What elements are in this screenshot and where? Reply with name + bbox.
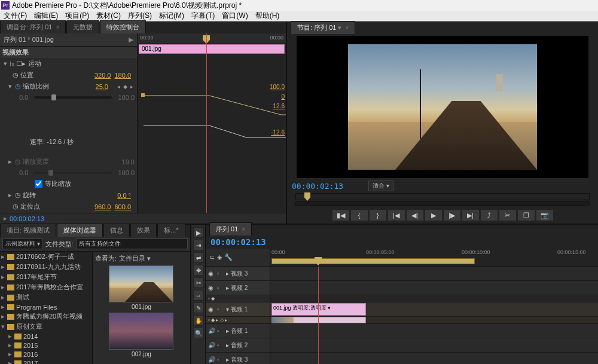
menu-edit[interactable]: 编辑(E) (30, 11, 62, 21)
ec-motion-row[interactable]: ▾ fx ☐▸ 运动 (0, 58, 137, 69)
mark-in-button[interactable]: ▮◀ (332, 209, 350, 221)
tab-program-monitor[interactable]: 节目: 序列 01 ▾× (291, 21, 355, 34)
rotation-value[interactable]: 0.0 ° (117, 192, 131, 199)
close-icon[interactable]: × (345, 25, 349, 31)
track-a1-header[interactable]: 🔊▫▸音频 1 (206, 324, 270, 338)
speaker-icon[interactable]: 🔊 (208, 342, 215, 348)
track-v1-header[interactable]: ◉▫▾视频 1 (206, 302, 270, 317)
zoom-fit-combo[interactable]: 适合 ▾ (368, 181, 393, 191)
close-icon[interactable]: × (56, 24, 59, 30)
anchor-x-value[interactable]: 960.0 (94, 203, 111, 210)
tab-project[interactable]: 项目: 视频测试 (0, 224, 56, 237)
folder-item[interactable]: ▸2017 (0, 359, 92, 364)
program-timecode[interactable]: 00:00:02:13 (292, 182, 343, 191)
add-key-icon[interactable]: ◆ (122, 83, 128, 90)
triangle-icon[interactable]: ▸ (4, 215, 7, 222)
stopwatch-icon[interactable]: ◷ (14, 191, 22, 199)
tab-effects[interactable]: 效果 (130, 224, 157, 237)
timeline-timecode[interactable]: 00:00:02:13 (210, 237, 266, 247)
tab-markers[interactable]: 标...* (157, 224, 185, 237)
speaker-icon[interactable]: 🔊 (208, 356, 215, 363)
track-v3[interactable] (270, 267, 598, 281)
folder-item[interactable]: ▾原创文章 (0, 322, 92, 332)
step-back-button[interactable]: ◀| (406, 209, 424, 221)
tab-audio-mixer[interactable]: 调音台: 序列 01× (0, 20, 66, 33)
close-icon[interactable]: × (242, 226, 245, 233)
stopwatch-icon[interactable]: ◷ (12, 71, 19, 79)
folder-item[interactable]: ▸奔腾威力狮20周年视频 (0, 311, 92, 322)
folder-item[interactable]: ▸20170602-何子一成 (0, 252, 92, 262)
timeline-clip[interactable]: 001.jpg 透明度:透明度 ▾ (271, 303, 366, 316)
track-v3-header[interactable]: ◉▫▸视频 3 (206, 267, 270, 281)
menu-clip[interactable]: 素材(C) (93, 11, 124, 21)
menu-caption[interactable]: 字幕(T) (188, 11, 218, 21)
folder-item[interactable]: ▸2017年尾牙节 (0, 272, 92, 282)
track-a2-header[interactable]: 🔊▫▸音频 2 (206, 338, 270, 353)
snapshot-button[interactable]: 📷 (536, 209, 554, 221)
track-v2[interactable] (270, 281, 598, 295)
bin-combo[interactable]: 示例原材料 ▾ (2, 238, 43, 249)
pen-tool[interactable]: ✎ (193, 302, 204, 313)
track-a1[interactable] (270, 324, 598, 338)
hand-tool[interactable]: ✋ (193, 315, 204, 326)
scale-slider[interactable] (34, 96, 112, 99)
selection-tool[interactable]: ▶ (193, 227, 204, 238)
timeline-ruler[interactable]: 00:00 00:00:05:00 00:00:10:00 00:00:15:0… (270, 249, 598, 267)
anchor-y-value[interactable]: 600.0 (114, 203, 131, 210)
wrench-icon[interactable]: 🔧 (224, 253, 233, 261)
zoom-tool[interactable]: 🔍 (193, 328, 204, 338)
playhead-icon[interactable] (304, 192, 310, 201)
set-out-button[interactable]: } (369, 209, 387, 221)
tab-info[interactable]: 信息 (103, 224, 130, 237)
tab-effect-controls[interactable]: 特效控制台 (100, 20, 146, 33)
program-ruler[interactable] (295, 193, 590, 200)
lift-button[interactable]: ⤴ (480, 209, 498, 221)
extract-button[interactable]: ✂ (499, 209, 517, 221)
speaker-icon[interactable]: 🔊 (208, 328, 215, 334)
chevron-right-icon[interactable]: ▶ (129, 36, 133, 44)
uniform-scale-checkbox[interactable] (35, 180, 42, 188)
menu-sequence[interactable]: 序列(S) (124, 11, 155, 21)
menu-project[interactable]: 项目(P) (62, 11, 93, 21)
next-key-icon[interactable]: ▸ (129, 83, 135, 90)
folder-item[interactable]: ▸Program Files (0, 302, 92, 311)
ec-timecode[interactable]: 00:00:02:13 (10, 215, 44, 222)
stopwatch-icon[interactable]: ◷ (14, 82, 22, 90)
ec-keyframe-area[interactable]: 00:00 00:00 001.jpg 100.0 0 12.6 -12.6 (138, 33, 286, 213)
position-y-value[interactable]: 180.0 (114, 72, 131, 79)
track-a3[interactable] (270, 353, 598, 364)
track-select-tool[interactable]: ⇥ (193, 240, 204, 250)
track-a2[interactable] (270, 338, 598, 353)
chevron-right-icon[interactable]: ▸ (7, 191, 13, 199)
track-a3-header[interactable]: 🔊▫▸音频 3 (206, 353, 270, 364)
work-area-bar[interactable] (271, 258, 475, 264)
thumbnail-item[interactable]: 001.jpg (109, 265, 175, 311)
menu-marker[interactable]: 标记(M) (155, 11, 188, 21)
chevron-down-icon[interactable]: ▾ (7, 82, 13, 90)
marker-icon[interactable]: ◈ (217, 253, 222, 261)
ripple-tool[interactable]: ⇄ (193, 252, 204, 263)
track-v1[interactable]: 001.jpg 透明度:透明度 ▾ (270, 302, 598, 317)
eye-icon[interactable]: ◉ (208, 270, 215, 277)
stopwatch-icon[interactable]: ◷ (14, 158, 22, 166)
razor-tool[interactable]: ✂ (193, 277, 204, 288)
set-in-button[interactable]: { (350, 209, 368, 221)
folder-item[interactable]: ▸2017年奔腾校企合作宣 (0, 282, 92, 292)
folder-tree[interactable]: ▸20170602-何子一成 ▸20170911-九九九活动 ▸2017年尾牙节… (0, 252, 93, 364)
menu-help[interactable]: 帮助(H) (252, 11, 283, 21)
tab-sequence[interactable]: 序列 01× (209, 222, 252, 235)
folder-item[interactable]: ▸测试 (0, 292, 92, 302)
tab-media-browser[interactable]: 媒体浏览器 (57, 224, 103, 237)
ec-playhead[interactable] (206, 33, 207, 213)
thumbnail-item[interactable]: 002.jpg (109, 313, 175, 359)
view-mode-combo[interactable]: 文件目录 ▾ (119, 254, 151, 263)
menu-file[interactable]: 文件(F) (0, 11, 30, 21)
go-out-button[interactable]: ▶| (462, 209, 480, 221)
position-x-value[interactable]: 320.0 (94, 72, 111, 79)
eye-icon[interactable]: ◉ (208, 306, 215, 313)
menu-window[interactable]: 窗口(W) (218, 11, 251, 21)
snap-icon[interactable]: ⊂ (209, 253, 215, 261)
timeline-tracks-area[interactable]: 00:00 00:00:05:00 00:00:10:00 00:00:15:0… (270, 249, 598, 364)
filetype-combo[interactable]: 所有支持的文件 (76, 238, 188, 249)
folder-item[interactable]: ▸2014 (0, 332, 92, 341)
